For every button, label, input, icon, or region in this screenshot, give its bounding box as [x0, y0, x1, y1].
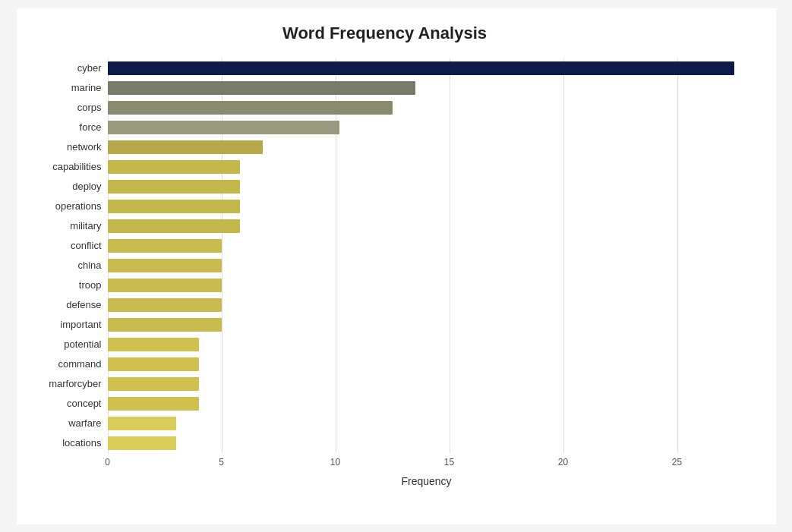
y-label: troop	[79, 280, 102, 290]
bar-conflict	[108, 239, 222, 253]
y-label: marine	[71, 83, 102, 93]
grid-line	[108, 58, 109, 453]
y-label: locations	[62, 438, 101, 448]
bar-command	[108, 357, 199, 371]
bar-corps	[108, 101, 393, 115]
bar-row	[108, 139, 746, 156]
bar-row	[108, 356, 746, 373]
bar-china	[108, 259, 222, 272]
y-label: network	[67, 142, 102, 152]
y-label: capabilities	[52, 162, 101, 172]
grid-line	[563, 58, 564, 453]
bar-locations	[108, 436, 176, 450]
y-label: concept	[67, 398, 102, 408]
bar-row	[108, 99, 746, 116]
y-label: defense	[66, 300, 101, 310]
bar-row	[108, 316, 746, 333]
bar-row	[108, 119, 746, 136]
y-label: important	[60, 320, 101, 329]
y-label: warfare	[68, 418, 101, 428]
grid-line	[222, 58, 222, 453]
x-axis-label: Frequency	[108, 475, 746, 487]
x-tick: 5	[219, 457, 224, 467]
bar-concept	[108, 397, 199, 411]
bar-force	[108, 121, 340, 134]
y-label: cyber	[77, 63, 102, 73]
y-label: conflict	[71, 241, 101, 250]
bar-row	[108, 198, 746, 215]
chart-container: Word Frequency Analysis cybermarinecorps…	[17, 8, 776, 524]
grid-line	[677, 58, 678, 453]
bar-cyber	[108, 61, 734, 75]
bar-important	[108, 318, 222, 332]
bar-row	[108, 435, 746, 452]
bar-row	[108, 336, 746, 353]
y-label: military	[70, 221, 101, 231]
bar-row	[108, 297, 746, 313]
grid-line	[336, 58, 336, 453]
x-tick: 0	[105, 457, 110, 467]
bar-network	[108, 140, 263, 154]
bar-row	[108, 80, 746, 96]
y-label: deploy	[72, 181, 101, 191]
bar-row	[108, 395, 746, 412]
bar-marforcyber	[108, 377, 199, 391]
grid-line	[450, 58, 450, 453]
x-axis: 0510152025Frequency	[108, 457, 746, 487]
chart-area: cybermarinecorpsforcenetworkcapabilities…	[24, 58, 746, 453]
bar-marine	[108, 81, 415, 95]
bars-and-grid: 0510152025Frequency	[108, 58, 746, 453]
bar-row	[108, 376, 746, 392]
x-tick: 15	[444, 457, 454, 467]
y-label: potential	[64, 339, 101, 349]
bar-row	[108, 60, 746, 77]
bar-defense	[108, 298, 222, 312]
bar-row	[108, 218, 746, 235]
bar-deploy	[108, 180, 240, 194]
y-label: operations	[55, 201, 102, 211]
x-tick: 20	[558, 457, 568, 467]
x-tick: 25	[672, 457, 682, 467]
bar-capabilities	[108, 160, 240, 174]
x-ticks: 0510152025	[108, 457, 746, 472]
bar-row	[108, 178, 746, 195]
bar-troop	[108, 279, 222, 292]
y-label: china	[77, 260, 101, 270]
x-tick: 10	[330, 457, 340, 467]
bar-row	[108, 238, 746, 254]
bar-row	[108, 277, 746, 294]
y-label: marforcyber	[49, 379, 101, 389]
bar-operations	[108, 200, 240, 213]
y-axis: cybermarinecorpsforcenetworkcapabilities…	[24, 58, 108, 453]
y-label: corps	[77, 102, 102, 112]
chart-title: Word Frequency Analysis	[24, 24, 746, 43]
bar-row	[108, 257, 746, 274]
bar-row	[108, 415, 746, 432]
bar-warfare	[108, 417, 176, 430]
y-label: command	[58, 359, 101, 369]
bar-military	[108, 219, 240, 233]
bar-row	[108, 159, 746, 175]
bar-potential	[108, 338, 199, 351]
y-label: force	[80, 122, 102, 132]
